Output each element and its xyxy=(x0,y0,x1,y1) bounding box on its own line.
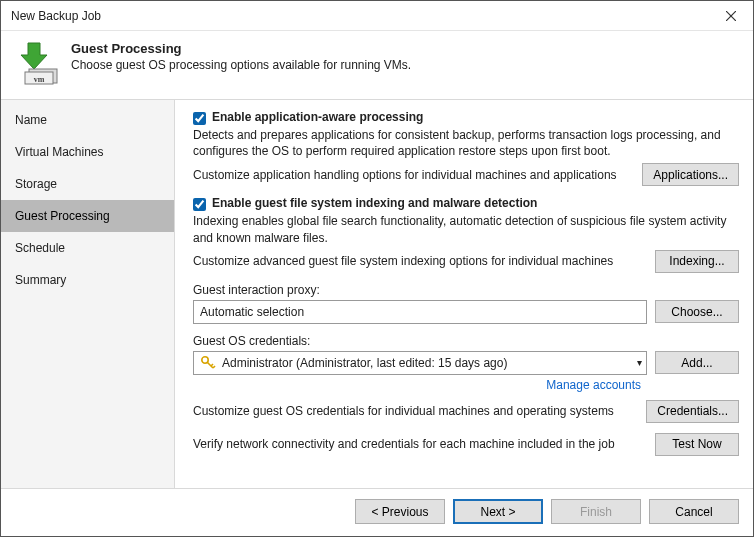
previous-button[interactable]: < Previous xyxy=(355,499,445,524)
wizard-body: Name Virtual Machines Storage Guest Proc… xyxy=(1,99,753,488)
proxy-label: Guest interaction proxy: xyxy=(193,283,739,297)
wizard-header: vm Guest Processing Choose guest OS proc… xyxy=(1,31,753,99)
indexing-label: Enable guest file system indexing and ma… xyxy=(212,196,537,210)
chevron-down-icon: ▾ xyxy=(637,357,642,368)
close-button[interactable] xyxy=(709,1,753,31)
svg-line-8 xyxy=(211,364,213,366)
sidebar-item-guest-processing[interactable]: Guest Processing xyxy=(1,200,174,232)
header-icon: vm xyxy=(15,41,59,85)
app-aware-label: Enable application-aware processing xyxy=(212,110,423,124)
credentials-button[interactable]: Credentials... xyxy=(646,400,739,423)
sidebar-item-schedule[interactable]: Schedule xyxy=(1,232,174,264)
key-icon xyxy=(200,355,216,371)
app-aware-desc: Detects and prepares applications for co… xyxy=(193,127,739,159)
svg-line-9 xyxy=(213,366,215,368)
sidebar-item-summary[interactable]: Summary xyxy=(1,264,174,296)
wizard-main-panel: Enable application-aware processing Dete… xyxy=(175,100,753,488)
svg-text:vm: vm xyxy=(34,75,45,84)
applications-button[interactable]: Applications... xyxy=(642,163,739,186)
manage-accounts-link[interactable]: Manage accounts xyxy=(193,378,641,392)
test-now-button[interactable]: Test Now xyxy=(655,433,739,456)
app-aware-checkbox-row: Enable application-aware processing xyxy=(193,110,739,125)
next-button[interactable]: Next > xyxy=(453,499,543,524)
page-title: Guest Processing xyxy=(71,41,411,56)
app-aware-checkbox[interactable] xyxy=(193,112,206,125)
indexing-checkbox[interactable] xyxy=(193,198,206,211)
proxy-input[interactable]: Automatic selection xyxy=(193,300,647,324)
credentials-customize-text: Customize guest OS credentials for indiv… xyxy=(193,404,638,418)
proxy-value: Automatic selection xyxy=(200,305,304,319)
close-icon xyxy=(726,11,736,21)
indexing-desc: Indexing enables global file search func… xyxy=(193,213,739,245)
sidebar-item-storage[interactable]: Storage xyxy=(1,168,174,200)
app-aware-customize-text: Customize application handling options f… xyxy=(193,168,634,182)
window-title: New Backup Job xyxy=(11,9,709,23)
cancel-button[interactable]: Cancel xyxy=(649,499,739,524)
indexing-checkbox-row: Enable guest file system indexing and ma… xyxy=(193,196,739,211)
credentials-select[interactable]: Administrator (Administrator, last edite… xyxy=(193,351,647,375)
finish-button: Finish xyxy=(551,499,641,524)
indexing-customize-text: Customize advanced guest file system ind… xyxy=(193,254,647,268)
svg-marker-2 xyxy=(21,43,47,69)
wizard-steps-sidebar: Name Virtual Machines Storage Guest Proc… xyxy=(1,100,175,488)
sidebar-item-name[interactable]: Name xyxy=(1,104,174,136)
wizard-footer: < Previous Next > Finish Cancel xyxy=(1,488,753,536)
titlebar: New Backup Job xyxy=(1,1,753,31)
page-subtitle: Choose guest OS processing options avail… xyxy=(71,58,411,72)
sidebar-item-virtual-machines[interactable]: Virtual Machines xyxy=(1,136,174,168)
credentials-value: Administrator (Administrator, last edite… xyxy=(222,356,507,370)
wizard-window: New Backup Job vm Guest Processing Choos… xyxy=(0,0,754,537)
indexing-button[interactable]: Indexing... xyxy=(655,250,739,273)
verify-text: Verify network connectivity and credenti… xyxy=(193,437,647,451)
choose-proxy-button[interactable]: Choose... xyxy=(655,300,739,323)
credentials-label: Guest OS credentials: xyxy=(193,334,739,348)
add-credentials-button[interactable]: Add... xyxy=(655,351,739,374)
